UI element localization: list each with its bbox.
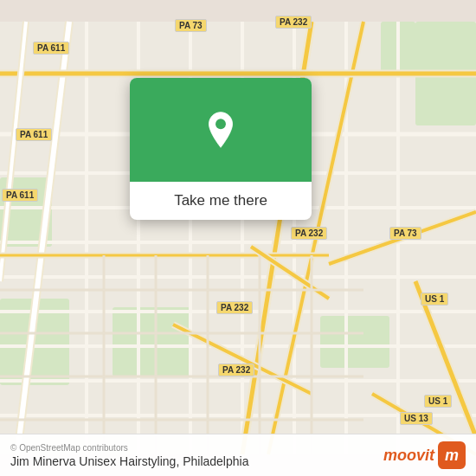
moovit-brand-text: moovit [383, 447, 434, 465]
road-label-pa73-top: PA 73 [175, 19, 207, 32]
moovit-icon: m [438, 441, 466, 469]
road-label-pa232-lower: PA 232 [216, 301, 253, 314]
popup-btn-area: Take me there [130, 182, 312, 220]
road-label-us13: US 13 [400, 412, 433, 425]
road-label-us1-right: US 1 [421, 293, 448, 306]
popup-green-header [130, 78, 312, 182]
take-me-there-button[interactable]: Take me there [174, 192, 267, 209]
road-label-pa73-right: PA 73 [389, 227, 421, 240]
bottom-left: © OpenStreetMap contributors Jim Minerva… [10, 443, 248, 468]
location-name: Jim Minerva Unisex Hairstyling, Philadel… [10, 454, 248, 468]
moovit-logo: moovit m [383, 441, 466, 469]
svg-point-54 [215, 119, 226, 129]
map-container: PA 611 PA 73 PA 232 PA 611 PA 611 PA 232… [0, 0, 476, 476]
road-label-pa611-mid: PA 611 [16, 128, 52, 141]
svg-rect-6 [320, 316, 389, 368]
road-label-pa232-bottom: PA 232 [218, 363, 254, 376]
road-label-pa611-top: PA 611 [33, 42, 69, 55]
attribution-text: © OpenStreetMap contributors [10, 443, 248, 453]
road-label-us1-bottom: US 1 [424, 395, 452, 408]
popup-card: Take me there [130, 78, 312, 220]
bottom-bar: © OpenStreetMap contributors Jim Minerva… [0, 434, 476, 476]
road-label-pa232-mid: PA 232 [291, 227, 327, 240]
svg-rect-5 [113, 307, 190, 376]
road-label-pa232-top: PA 232 [275, 16, 312, 29]
location-pin [202, 111, 240, 149]
road-label-pa611-lower: PA 611 [2, 189, 38, 202]
